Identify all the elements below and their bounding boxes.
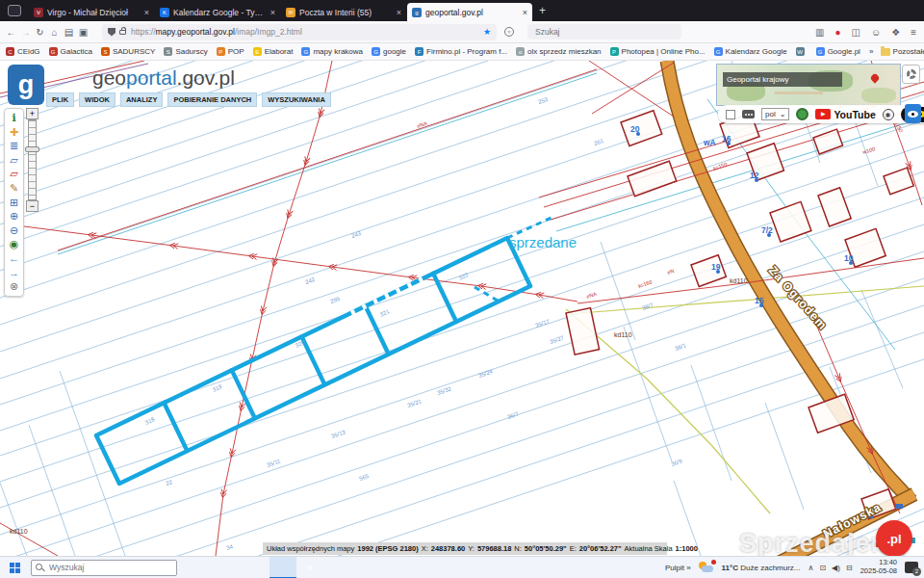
explorer[interactable] [216,557,243,578]
tab-close-icon[interactable]: × [523,8,527,17]
bookmark-item[interactable]: W [796,47,808,56]
map-label-utilr: ks160 [637,278,653,288]
firefox[interactable] [270,557,296,578]
bookmark-item[interactable]: P POP [217,47,244,56]
weather-icon[interactable] [699,562,714,573]
tracking-shield-icon[interactable] [108,28,116,37]
bookmark-item[interactable]: S Sadurscy [164,47,207,56]
bookmark-item[interactable]: E Elaborat [253,47,294,56]
full-extent-icon[interactable]: ◉ [10,237,19,251]
zoom-slider[interactable]: + − [25,108,40,212]
browser-tab[interactable]: ✉ Poczta w Interii (55) × [281,3,406,21]
network-icon[interactable]: ⊟ [846,564,853,572]
calculator[interactable] [243,557,270,578]
desktop-toolbar-label[interactable]: Pulpit » [665,564,691,572]
window-icon[interactable] [726,110,735,119]
bookmark-item[interactable]: C CEidG [6,47,40,56]
zoom-in-icon[interactable]: ⊕ [10,209,18,223]
draw-icon[interactable]: ✎ [10,181,18,196]
overview-map[interactable]: Geoportal krajowy [716,64,901,106]
info-icon[interactable]: ℹ [12,111,15,125]
taskbar-search-input[interactable] [31,560,177,576]
notification-center-button[interactable]: 2 [905,562,918,573]
map-label-parcel: 243 [350,230,362,239]
browser-tab[interactable]: g geoportal.gov.pl × [407,3,532,21]
menu-item[interactable]: WYSZUKIWANIA [262,92,331,107]
bookmark-item[interactable]: G google [372,47,406,56]
map-label-parcel: 565 [358,473,370,482]
other-bookmarks-folder[interactable]: Pozostałe zakładki [881,47,924,56]
pan-icon[interactable]: ✚ [10,125,18,140]
bookmarks-overflow-chevron[interactable]: » [869,47,873,56]
map-label-sold: sprzedane [509,234,577,250]
extension-icon[interactable]: ❖ [891,27,900,38]
accessibility-icon[interactable]: ✱ [883,109,894,120]
prev-view-icon[interactable]: ← [9,251,19,266]
volume-icon[interactable]: ◀) [832,564,840,572]
tab-close-icon[interactable]: × [144,8,149,17]
url-bar[interactable]: https://mapy.geoportal.gov.pl/imap/Imgp_… [102,24,497,40]
menu-item[interactable]: ANALIZY [120,92,164,107]
taskbar-clock[interactable]: 13:402025-05-08 [860,559,897,575]
browser-tab[interactable]: K Kalendarz Google - Tydzień, w … × [155,3,280,21]
map-toolbar: ℹ✚≣▱▱✎⊞⊕⊖◉←→⊗ [4,108,24,297]
zoom-track[interactable] [28,119,37,200]
bookmark-star-icon[interactable]: ★ [483,27,491,37]
task-view[interactable] [189,557,216,578]
sidebar-icon[interactable]: ◫ [852,27,860,38]
keyboard-icon[interactable] [742,110,755,118]
pocket-icon[interactable]: ▿ [504,27,514,37]
zoom-in-button[interactable]: + [26,108,38,119]
youtube-link[interactable]: ▶YouTube [815,109,875,120]
account-icon[interactable]: ☺ [871,27,881,38]
library-icon[interactable]: ▥ [815,27,824,38]
select-remove-icon[interactable]: ▱ [10,167,17,181]
print-icon[interactable]: ▤ [62,27,76,38]
browser-tab[interactable]: V Virgo - Michał Dzięcioł × [29,3,154,21]
menu-item[interactable]: WIDOK [79,92,116,107]
weather-text[interactable]: 11°C Duże zachmurz... [722,564,801,572]
language-select[interactable]: pol⌄ [761,108,789,120]
menu-item[interactable]: PLIK [46,92,74,107]
bookmark-item[interactable]: G Kalendarz Google [714,47,787,56]
menu-icon[interactable]: ≡ [911,27,916,38]
home-icon[interactable]: ⌂ [47,27,62,38]
zoom-handle[interactable] [25,146,39,152]
visibility-button[interactable] [905,104,921,123]
tab-close-icon[interactable]: × [397,8,401,17]
bookmark-item[interactable]: o olx sprzedz mieszkan [516,47,601,56]
addon-alert-icon[interactable]: ● [834,27,840,38]
measure-icon[interactable]: ⊞ [10,196,18,210]
reload-icon[interactable]: ↻ [33,27,47,38]
bookmark-item[interactable]: G mapy krakowa [301,47,363,56]
hidden-icons-chevron[interactable]: ∧ [808,564,814,572]
bookmark-item[interactable]: G Galactica [49,47,92,56]
geoportal-logo[interactable]: g [8,65,44,105]
firefox-view-button[interactable] [8,5,21,16]
bookmark-item[interactable]: S SADURSCY [101,47,155,56]
back-icon[interactable]: ← [4,27,18,38]
select-add-icon[interactable]: ▱ [10,153,17,168]
paint[interactable] [323,557,350,578]
rotate-icon[interactable]: ⊗ [10,279,18,294]
lock-icon[interactable] [119,30,126,35]
map-viewport[interactable]: sprzedaneZa OgrodemNałowska3183193203213… [0,61,924,556]
zoom-out-icon[interactable]: ⊖ [10,223,18,238]
map-canvas[interactable]: sprzedaneZa OgrodemNałowska3183193203213… [0,61,924,556]
layers-icon[interactable]: ≣ [10,139,18,153]
zoom-out-button[interactable]: − [26,200,38,212]
bookmark-item[interactable]: P Photopea | Online Pho... [610,47,706,56]
browser-search-input[interactable] [527,24,681,39]
next-view-icon[interactable]: → [9,266,19,280]
bookmark-item[interactable]: F Firmino.pl - Program f... [415,47,507,56]
settings-button[interactable] [902,65,920,84]
tab-close-icon[interactable]: × [270,8,275,17]
help-icon[interactable] [796,108,808,120]
excel[interactable]: X [296,557,323,578]
bookmark-item[interactable]: G Google.pl [816,47,860,56]
start-button[interactable] [0,557,29,578]
menu-item[interactable]: POBIERANIE DANYCH [167,92,257,107]
new-tab-button[interactable]: + [539,4,546,17]
screenshot-icon[interactable]: ▣ [76,27,90,38]
display-icon[interactable]: ⊡ [819,564,826,572]
